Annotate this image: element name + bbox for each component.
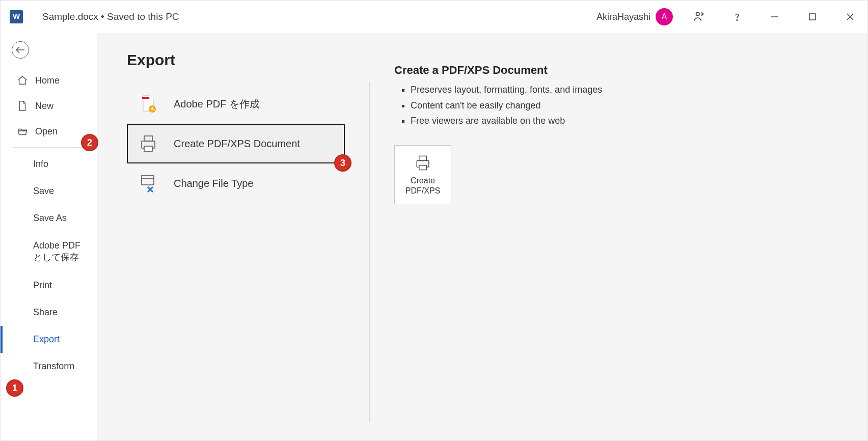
adobe-pdf-icon — [137, 93, 159, 115]
maximize-icon[interactable] — [801, 6, 824, 28]
titlebar: W Sample.docx • Saved to this PC AkiraHa… — [1, 1, 867, 33]
user-account[interactable]: AkiraHayashi A — [596, 8, 673, 25]
detail-bullet: Free viewers are available on the web — [411, 113, 602, 129]
sidebar-item-label: Share — [33, 307, 58, 318]
word-app-icon: W — [10, 10, 23, 23]
sidebar-item-adobe-pdf-save[interactable]: Adobe PDF として保存 — [1, 232, 97, 272]
column-separator — [369, 82, 370, 422]
sidebar-item-print[interactable]: Print — [1, 272, 97, 299]
export-options-list: Adobe PDF を作成 Create PDF/XPS Document — [127, 84, 345, 203]
export-option-label: Create PDF/XPS Document — [174, 138, 300, 150]
svg-rect-3 — [809, 14, 816, 20]
sidebar-item-label: New — [35, 101, 53, 112]
svg-rect-15 — [419, 165, 426, 170]
export-option-change-file-type[interactable]: Change File Type — [127, 163, 345, 203]
coming-soon-icon[interactable] — [688, 6, 711, 28]
sidebar-item-label: Save — [33, 186, 54, 197]
sidebar-item-save[interactable]: Save — [1, 178, 97, 205]
callout-2: 2 — [81, 134, 98, 151]
sidebar-item-home[interactable]: Home — [1, 68, 97, 93]
sidebar-item-label: Info — [33, 159, 48, 170]
page-title: Export — [127, 51, 345, 69]
minimize-icon[interactable] — [764, 6, 786, 28]
home-icon — [17, 75, 28, 86]
sidebar-item-label: Open — [35, 126, 58, 137]
user-name: AkiraHayashi — [596, 12, 650, 22]
export-option-create-pdf-xps[interactable]: Create PDF/XPS Document — [127, 124, 345, 163]
sidebar-item-label: Save As — [33, 213, 67, 224]
sidebar-item-share[interactable]: Share — [1, 299, 97, 326]
document-title: Sample.docx • Saved to this PC — [42, 11, 179, 22]
svg-point-0 — [696, 12, 700, 15]
export-option-label: Adobe PDF を作成 — [174, 97, 260, 111]
change-file-type-icon — [137, 172, 159, 195]
sidebar-item-save-as[interactable]: Save As — [1, 205, 97, 232]
sidebar-item-label: Home — [35, 75, 60, 86]
printer-pdf-icon — [137, 132, 159, 155]
back-button[interactable] — [12, 41, 29, 59]
export-option-adobe-pdf[interactable]: Adobe PDF を作成 — [127, 84, 345, 124]
svg-rect-10 — [144, 136, 152, 141]
svg-rect-7 — [142, 97, 149, 99]
create-pdf-xps-button[interactable]: Create PDF/XPS — [394, 145, 451, 204]
svg-rect-14 — [419, 156, 426, 160]
sidebar-item-export[interactable]: Export — [1, 326, 97, 353]
sidebar-item-label: Transform — [33, 361, 74, 372]
svg-rect-12 — [142, 176, 154, 185]
folder-open-icon — [17, 126, 28, 137]
sidebar-item-label: Print — [33, 280, 52, 291]
detail-heading: Create a PDF/XPS Document — [394, 64, 602, 77]
button-label: Create PDF/XPS — [395, 176, 451, 196]
backstage-main: Export Adobe PDF を作成 — [97, 33, 867, 440]
svg-point-1 — [737, 20, 737, 20]
sidebar-separator — [13, 147, 85, 148]
detail-bullet: Content can't be easily changed — [411, 98, 602, 114]
sidebar-item-transform[interactable]: Transform — [1, 353, 97, 380]
sidebar-item-info[interactable]: Info — [1, 151, 97, 178]
printer-icon — [413, 153, 433, 173]
export-option-label: Change File Type — [174, 178, 253, 189]
export-detail-pane: Create a PDF/XPS Document Preserves layo… — [394, 51, 602, 422]
new-doc-icon — [17, 100, 28, 112]
close-icon[interactable] — [839, 6, 861, 28]
sidebar-item-label: Adobe PDF として保存 — [33, 240, 92, 264]
sidebar-item-label: Export — [33, 334, 60, 345]
avatar: A — [656, 8, 673, 25]
sidebar-item-new[interactable]: New — [1, 93, 97, 119]
help-icon[interactable] — [726, 6, 748, 28]
detail-bullet: Preserves layout, formatting, fonts, and… — [411, 82, 602, 98]
callout-1: 1 — [6, 379, 23, 397]
svg-rect-11 — [144, 146, 152, 151]
callout-3: 3 — [334, 154, 351, 172]
